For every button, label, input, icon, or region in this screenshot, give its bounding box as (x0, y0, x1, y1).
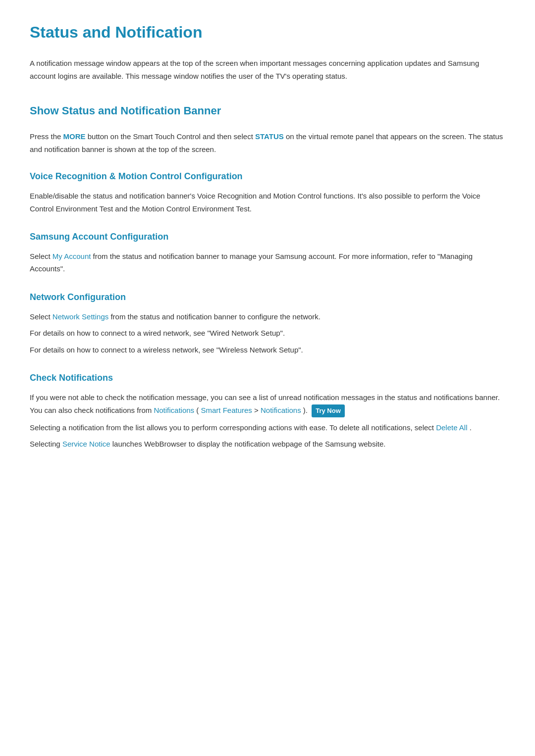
network-settings-label[interactable]: Network Settings (53, 312, 108, 321)
network-config-line2: For details on how to connect to a wired… (30, 327, 505, 340)
samsung-account-subsection: Samsung Account Configuration Select My … (30, 230, 505, 275)
network-config-line3: For details on how to connect to a wirel… (30, 344, 505, 356)
delete-all-label[interactable]: Delete All (436, 423, 467, 432)
check-notifications-paren-close: ). (303, 406, 310, 414)
network-config-text-start: Select (30, 312, 53, 321)
voice-recognition-subsection: Voice Recognition & Motion Control Confi… (30, 169, 505, 215)
status-label: STATUS (255, 132, 284, 141)
network-config-title: Network Configuration (30, 290, 505, 304)
check-notifications-para3: Selecting Service Notice launches WebBro… (30, 438, 505, 451)
smart-features-label[interactable]: Smart Features (201, 406, 252, 414)
voice-recognition-body: Enable/disable the status and notificati… (30, 190, 505, 215)
show-status-body: Press the MORE button on the Smart Touch… (30, 130, 505, 155)
my-account-label[interactable]: My Account (53, 252, 91, 260)
check-notifications-paren-open: ( (196, 406, 199, 414)
voice-recognition-title: Voice Recognition & Motion Control Confi… (30, 169, 505, 184)
check-notifications-title: Check Notifications (30, 371, 505, 385)
samsung-account-text-start: Select (30, 252, 53, 260)
notifications-label[interactable]: Notifications (154, 406, 194, 414)
intro-text: A notification message window appears at… (30, 57, 505, 82)
check-notifications-para3-end: launches WebBrowser to display the notif… (112, 440, 386, 448)
check-notifications-para2-start: Selecting a notification from the list a… (30, 423, 436, 432)
samsung-account-body: Select My Account from the status and no… (30, 250, 505, 275)
try-now-badge[interactable]: Try Now (312, 404, 345, 417)
show-status-title: Show Status and Notification Banner (30, 102, 505, 122)
check-notifications-arrow: > (254, 406, 261, 414)
samsung-account-title: Samsung Account Configuration (30, 230, 505, 244)
notifications2-label[interactable]: Notifications (261, 406, 301, 414)
check-notifications-para2-end: . (470, 423, 472, 432)
network-config-subsection: Network Configuration Select Network Set… (30, 290, 505, 356)
show-status-text-middle: button on the Smart Touch Control and th… (88, 132, 255, 141)
more-label: MORE (63, 132, 86, 141)
page-title: Status and Notification (30, 20, 505, 45)
check-notifications-para2: Selecting a notification from the list a… (30, 421, 505, 434)
samsung-account-text-end: from the status and notification banner … (30, 252, 473, 273)
network-config-line1: Select Network Settings from the status … (30, 310, 505, 323)
show-status-section: Show Status and Notification Banner Pres… (30, 102, 505, 450)
network-config-text-end: from the status and notification banner … (110, 312, 321, 321)
show-status-text-before-more: Press the (30, 132, 63, 141)
check-notifications-para1: If you were not able to check the notifi… (30, 391, 505, 417)
service-notice-label[interactable]: Service Notice (62, 440, 110, 448)
check-notifications-subsection: Check Notifications If you were not able… (30, 371, 505, 450)
check-notifications-para3-start: Selecting (30, 440, 62, 448)
